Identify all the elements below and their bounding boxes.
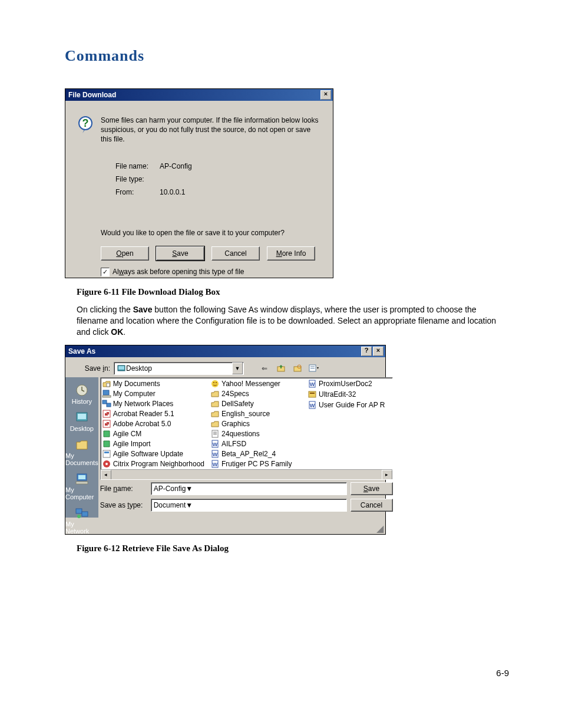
places-my-computer[interactable]: My Computer [65, 469, 98, 502]
svg-rect-35 [212, 430, 218, 437]
up-one-level-icon[interactable] [275, 363, 287, 374]
svg-point-18 [77, 515, 81, 518]
places-my-documents[interactable]: My Documents [65, 435, 98, 468]
list-item[interactable]: My Network Places [102, 399, 204, 409]
save-in-combo[interactable]: Desktop ▼ [114, 362, 244, 375]
close-icon[interactable]: × [320, 90, 331, 100]
body-paragraph: On clicking the Save button the followin… [77, 304, 509, 338]
list-item[interactable]: Microsoft Project [210, 479, 302, 480]
scroll-left-icon[interactable]: ◂ [101, 470, 111, 480]
computer-icon [73, 471, 91, 486]
file-name-label: File name: [100, 485, 147, 493]
svg-rect-53 [310, 393, 315, 394]
cancel-button[interactable]: Cancel [211, 246, 260, 261]
places-history[interactable]: History [65, 381, 98, 407]
svg-rect-52 [309, 391, 316, 397]
folder-icon [102, 379, 111, 388]
word-file-icon: W [308, 379, 317, 388]
list-item[interactable]: My Computer [102, 389, 204, 398]
svg-rect-14 [78, 475, 85, 479]
file-name-value: AP-Config [160, 162, 192, 170]
list-item[interactable]: WBeta_AP_Rel2_4 [210, 449, 302, 459]
new-folder-icon[interactable] [291, 363, 304, 374]
list-item[interactable]: 24Specs [210, 389, 302, 398]
views-icon[interactable] [308, 363, 320, 374]
svg-rect-23 [107, 403, 111, 407]
dropdown-button[interactable]: ▼ [186, 501, 193, 509]
list-item[interactable]: Agile Software Update [102, 449, 204, 459]
list-item[interactable]: WUser Guide For AP R [308, 400, 385, 410]
always-ask-checkbox[interactable]: ✓ [101, 268, 110, 276]
file-download-dialog: File Download × ? Some files can harm yo… [65, 88, 333, 278]
save-button[interactable]: Save [156, 246, 204, 261]
help-icon[interactable]: ? [361, 347, 372, 356]
app-icon [308, 390, 317, 399]
list-item[interactable]: Agile CM [102, 429, 204, 439]
dialog-titlebar: File Download × [65, 89, 333, 101]
list-item[interactable]: WAILFSD [210, 439, 302, 449]
app-icon [102, 439, 111, 449]
places-desktop[interactable]: Desktop [65, 408, 98, 434]
places-bar: History Desktop My Documents My Computer… [65, 377, 98, 518]
svg-rect-3 [118, 366, 124, 370]
list-item[interactable]: English_source [210, 409, 302, 419]
history-icon [73, 383, 91, 398]
svg-text:W: W [310, 381, 315, 387]
more-info-button[interactable]: More Info [267, 246, 315, 261]
save-as-type-label: Save as type: [100, 501, 147, 509]
list-item[interactable]: WinZip [102, 479, 204, 480]
file-list[interactable]: My Documents My Computer My Network Plac… [100, 377, 393, 480]
cancel-button[interactable]: Cancel [351, 499, 393, 512]
page-number: 6-9 [496, 668, 509, 678]
list-item[interactable]: Adobe Acrobat 5.0 [102, 419, 204, 429]
scroll-right-icon[interactable]: ▸ [382, 470, 392, 480]
shortcut-icon [102, 449, 111, 459]
list-item[interactable]: Agile Import [102, 439, 204, 449]
back-icon[interactable]: ⇐ [258, 363, 271, 374]
shortcut-icon [102, 409, 111, 419]
list-item[interactable]: UltraEdit-32 [308, 390, 385, 400]
app-icon [102, 429, 111, 439]
word-file-icon: W [308, 400, 317, 410]
folder-icon [210, 419, 220, 429]
file-name-label: File name: [115, 162, 160, 170]
horizontal-scrollbar[interactable]: ◂ ▸ [101, 469, 392, 479]
desktop-icon [117, 364, 126, 373]
list-item[interactable]: 24questions [210, 429, 302, 439]
dialog-title: Save As [68, 347, 361, 355]
from-label: From: [115, 188, 160, 196]
save-button[interactable]: Save [351, 482, 393, 495]
save-as-type-combo[interactable]: Document ▼ [151, 499, 347, 512]
svg-text:W: W [213, 442, 218, 447]
save-as-dialog: Save As ? × Save in: Desktop ▼ ⇐ [65, 345, 386, 535]
folder-icon [210, 399, 220, 409]
svg-point-33 [213, 382, 214, 383]
svg-rect-15 [76, 482, 88, 484]
file-name-input[interactable]: AP-Config ▼ [151, 482, 347, 495]
list-item[interactable]: DellSafety [210, 399, 302, 409]
list-item[interactable]: Acrobat Reader 5.1 [102, 409, 204, 419]
project-file-icon [210, 479, 220, 480]
list-item[interactable]: WProximUserDoc2 [308, 379, 385, 389]
list-item[interactable]: Citrix Program Neighborhood [102, 459, 204, 469]
svg-rect-12 [78, 414, 86, 419]
svg-rect-19 [107, 383, 110, 387]
list-item[interactable]: WFrutiger PC PS Family [210, 459, 302, 469]
figure-caption-2: Figure 6-12 Retrieve File Save As Dialog [77, 543, 509, 554]
dropdown-button[interactable]: ▼ [186, 485, 193, 493]
list-item[interactable]: My Documents [102, 379, 204, 388]
shortcut-icon [102, 419, 111, 429]
word-file-icon: W [210, 439, 220, 449]
close-icon[interactable]: × [373, 347, 384, 356]
dropdown-button[interactable]: ▼ [232, 363, 243, 374]
list-item[interactable]: Graphics [210, 419, 302, 429]
list-item[interactable]: Yahoo! Messenger [210, 379, 302, 388]
resize-grip-icon[interactable]: ◢ [376, 525, 385, 533]
save-in-value: Desktop [126, 364, 152, 373]
computer-icon [102, 389, 111, 398]
text-file-icon [210, 429, 220, 439]
app-icon [102, 459, 111, 469]
places-my-network[interactable]: My Network P... [65, 503, 98, 543]
open-button[interactable]: Open [101, 246, 149, 261]
svg-text:?: ? [82, 117, 89, 129]
